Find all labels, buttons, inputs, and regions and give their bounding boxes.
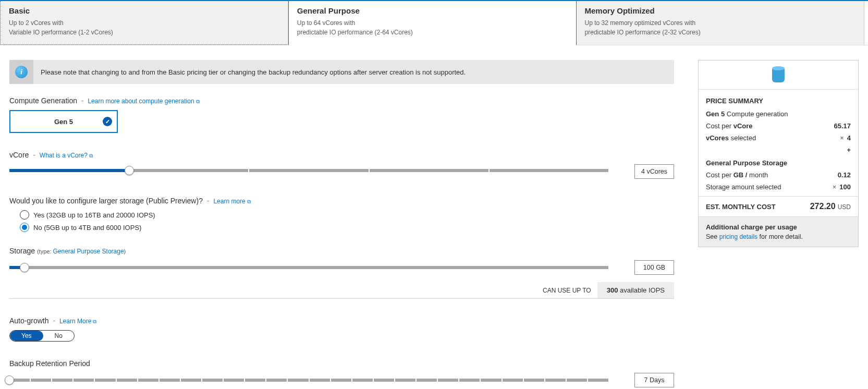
link-text: What is a vCore? bbox=[40, 152, 88, 159]
auto-growth-learn-more-link[interactable]: Learn More⧉ bbox=[59, 318, 96, 325]
cost-per-vcore: 65.17 bbox=[834, 122, 851, 130]
vcores-selected: 4 bbox=[847, 134, 851, 142]
type-prefix: (type: bbox=[37, 248, 52, 254]
type-suffix: ) bbox=[124, 248, 126, 254]
storage-type-link[interactable]: General Purpose Storage bbox=[53, 248, 124, 255]
info-icon: i bbox=[9, 60, 33, 84]
larger-storage-label: Would you like to configure larger stora… bbox=[9, 197, 674, 205]
lab-b: vCores bbox=[706, 134, 729, 142]
tier-sub2: Variable IO performance (1-2 vCores) bbox=[9, 28, 279, 37]
link-text: Learn more bbox=[213, 198, 245, 205]
vcore-help-link[interactable]: What is a vCore?⧉ bbox=[40, 152, 93, 159]
external-link-icon: ⧉ bbox=[196, 99, 200, 104]
storage-value[interactable]: 100 GB bbox=[634, 260, 674, 275]
backup-retention-value[interactable]: 7 Days bbox=[634, 373, 674, 387]
cost-per-gb: 0.12 bbox=[838, 171, 851, 179]
auto-growth-label: Auto-growth - Learn More⧉ bbox=[9, 317, 674, 325]
info-text: Please note that changing to and from th… bbox=[41, 68, 466, 76]
iops-count: 300 bbox=[607, 286, 618, 294]
toggle-no: No bbox=[43, 331, 74, 341]
tier-sub1: Up to 2 vCores with bbox=[9, 18, 279, 28]
label-text: vCore bbox=[9, 151, 29, 159]
radio-label: No (5GB up to 4TB and 6000 IOPS) bbox=[33, 224, 141, 232]
plus-sign: + bbox=[706, 146, 851, 154]
label-text: Would you like to configure larger stora… bbox=[9, 197, 203, 205]
storage-selected: 100 bbox=[839, 183, 851, 191]
storage-section-header: General Purpose Storage bbox=[706, 159, 851, 167]
external-link-icon: ⧉ bbox=[89, 153, 93, 159]
tier-sub2: predictable IO performance (2-64 vCores) bbox=[297, 28, 568, 37]
mult: × bbox=[840, 134, 844, 142]
backup-retention-slider[interactable] bbox=[9, 379, 608, 382]
lab: selected bbox=[729, 134, 756, 142]
larger-storage-radio-no[interactable]: No (5GB up to 4TB and 6000 IOPS) bbox=[20, 223, 674, 232]
link-text: Learn more about compute generation bbox=[88, 98, 194, 105]
auto-growth-toggle[interactable]: Yes No bbox=[9, 330, 75, 342]
tier-tab-general-purpose[interactable]: General Purpose Up to 64 vCores with pre… bbox=[288, 1, 577, 45]
lab-b: vCore bbox=[733, 122, 753, 130]
additional-charge-title: Additional charge per usage bbox=[706, 223, 851, 231]
info-banner: i Please note that changing to and from … bbox=[9, 60, 674, 84]
option-label: Gen 5 bbox=[54, 118, 73, 126]
est-monthly-cost-value: 272.20 bbox=[810, 202, 836, 211]
vcore-slider[interactable] bbox=[9, 169, 608, 174]
additional-charge-box: Additional charge per usage See pricing … bbox=[699, 216, 858, 247]
storage-slider[interactable] bbox=[9, 266, 608, 269]
price-summary-panel: PRICE SUMMARY Gen 5 Compute generation C… bbox=[698, 60, 859, 247]
mult: × bbox=[833, 183, 837, 191]
vcore-label: vCore - What is a vCore?⧉ bbox=[9, 151, 674, 159]
vcore-value[interactable]: 4 vCores bbox=[634, 164, 674, 179]
addl-post: for more detail. bbox=[757, 233, 803, 240]
storage-label: Storage (type: General Purpose Storage) bbox=[9, 247, 674, 255]
tier-tab-basic[interactable]: Basic Up to 2 vCores with Variable IO pe… bbox=[0, 1, 288, 45]
lab: Storage amount selected bbox=[706, 183, 781, 191]
iops-prefix: CAN USE UP TO bbox=[543, 287, 597, 294]
lab: Cost per bbox=[706, 122, 733, 130]
compute-generation-label: Compute Generation - Learn more about co… bbox=[9, 96, 674, 105]
tier-sub2: predictable IO performance (2-32 vCores) bbox=[585, 28, 856, 37]
addl-pre: See bbox=[706, 233, 719, 240]
larger-storage-radio-yes[interactable]: Yes (32GB up to 16TB and 20000 IOPS) bbox=[20, 210, 674, 220]
tier-title: Basic bbox=[9, 6, 279, 15]
radio-label: Yes (32GB up to 16TB and 20000 IOPS) bbox=[33, 211, 155, 219]
price-summary-title: PRICE SUMMARY bbox=[706, 97, 851, 105]
tier-sub1: Up to 64 vCores with bbox=[297, 18, 568, 28]
checkmark-icon bbox=[103, 117, 112, 126]
iops-info: CAN USE UP TO 300 available IOPS bbox=[9, 282, 674, 299]
larger-storage-learn-more-link[interactable]: Learn more⧉ bbox=[213, 198, 250, 205]
label-text: Auto-growth bbox=[9, 317, 48, 325]
pricing-details-link[interactable]: pricing details bbox=[719, 233, 757, 240]
tier-title: Memory Optimized bbox=[585, 6, 856, 15]
radio-icon bbox=[20, 223, 29, 232]
external-link-icon: ⧉ bbox=[93, 319, 96, 324]
tier-tab-memory-optimized[interactable]: Memory Optimized Up to 32 memory optimiz… bbox=[577, 1, 865, 45]
compute-generation-learn-more-link[interactable]: Learn more about compute generation⧉ bbox=[88, 98, 199, 105]
iops-suffix: available IOPS bbox=[620, 286, 665, 294]
tier-title: General Purpose bbox=[297, 6, 568, 15]
label-text: Compute Generation bbox=[9, 96, 77, 105]
link-text: Learn More bbox=[59, 318, 91, 325]
compute-generation-option-gen5[interactable]: Gen 5 bbox=[9, 110, 118, 133]
summary-gen-suffix: Compute generation bbox=[725, 110, 788, 118]
lab: Cost per bbox=[706, 171, 733, 179]
label-text: Storage bbox=[9, 247, 35, 255]
est-monthly-cost-label: EST. MONTHLY COST bbox=[706, 203, 776, 211]
tier-sub1: Up to 32 memory optimized vCores with bbox=[585, 18, 856, 28]
summary-gen: Gen 5 bbox=[706, 110, 725, 118]
pricing-tier-tabs: Basic Up to 2 vCores with Variable IO pe… bbox=[0, 1, 868, 45]
external-link-icon: ⧉ bbox=[247, 199, 251, 204]
toggle-yes: Yes bbox=[10, 331, 43, 341]
backup-retention-label: Backup Retention Period bbox=[9, 359, 674, 368]
lab-b: GB / bbox=[733, 171, 748, 179]
radio-icon bbox=[20, 210, 29, 220]
database-icon bbox=[772, 68, 785, 82]
currency: USD bbox=[838, 203, 851, 211]
lab-r: month bbox=[747, 171, 768, 179]
